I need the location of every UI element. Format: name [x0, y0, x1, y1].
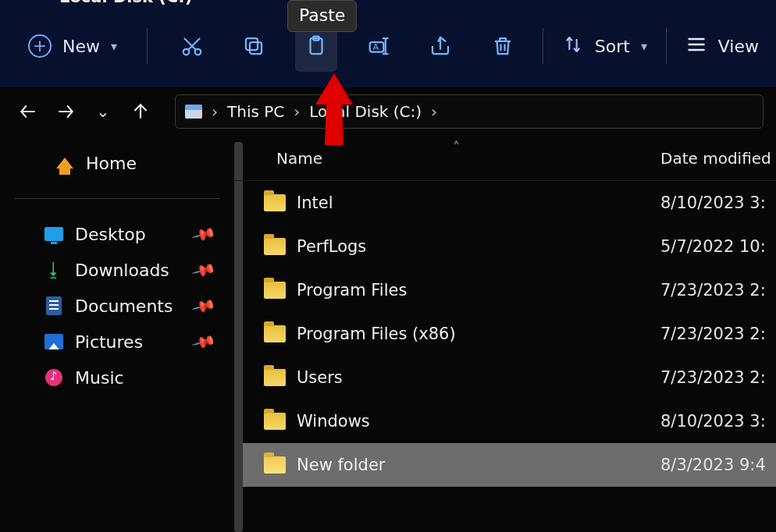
chevron-right-icon: ›: [292, 102, 301, 121]
view-icon: [685, 34, 707, 59]
file-list: Intel8/10/2023 3:PerfLogs5/7/2022 10:Pro…: [234, 181, 776, 532]
cut-button[interactable]: [171, 20, 213, 72]
folder-icon: [264, 369, 286, 386]
folder-icon: [264, 282, 286, 299]
file-date: 7/23/2023 2:: [660, 368, 776, 387]
sidebar-item-documents[interactable]: Documents 📌: [0, 288, 234, 324]
recent-button[interactable]: ⌄: [87, 96, 119, 127]
folder-icon: [264, 456, 286, 473]
sidebar-item-downloads[interactable]: ⭳ Downloads 📌: [0, 252, 234, 288]
desktop-icon: [44, 224, 64, 244]
chevron-down-icon: ⌄: [97, 102, 110, 121]
file-row[interactable]: Windows8/10/2023 3:: [234, 399, 776, 443]
view-label: View: [718, 37, 759, 56]
rename-button[interactable]: A: [358, 20, 400, 72]
column-date[interactable]: Date modified: [660, 149, 776, 168]
file-name: Program Files (x86): [297, 325, 456, 343]
pin-icon: 📌: [191, 257, 218, 282]
scissors-icon: [180, 34, 204, 58]
trash-icon: [491, 34, 514, 58]
paste-tooltip: Paste: [287, 0, 357, 32]
separator: [14, 198, 220, 199]
arrow-right-icon: [55, 101, 76, 122]
sidebar-item-desktop[interactable]: Desktop 📌: [0, 216, 234, 252]
sidebar-item-label: Music: [75, 368, 124, 388]
svg-text:A: A: [372, 42, 379, 52]
sort-icon: [562, 34, 584, 59]
svg-rect-3: [250, 42, 262, 54]
breadcrumb[interactable]: › This PC › Local Disk (C:) ›: [175, 94, 764, 129]
sort-label: Sort: [595, 37, 630, 56]
nav-row: ⌄ › This PC › Local Disk (C:) ›: [0, 87, 776, 136]
sidebar-item-label: Pictures: [75, 332, 143, 352]
sidebar-item-label: Home: [86, 154, 137, 173]
music-icon: [44, 367, 64, 388]
file-date: 7/23/2023 2:: [660, 281, 776, 300]
share-icon: [429, 34, 452, 58]
file-date: 8/10/2023 3:: [660, 412, 776, 431]
rename-icon: A: [367, 34, 390, 58]
file-row[interactable]: New folder8/3/2023 9:4: [234, 443, 776, 487]
window-title: Local Disk (C:): [59, 0, 192, 6]
file-row[interactable]: Program Files7/23/2023 2:: [234, 268, 776, 312]
crumb-this-pc[interactable]: This PC: [227, 102, 284, 121]
up-button[interactable]: [125, 96, 156, 127]
delete-button[interactable]: [482, 20, 524, 72]
folder-icon: [264, 413, 286, 430]
pin-icon: 📌: [191, 293, 218, 318]
file-date: 7/23/2023 2:: [660, 325, 776, 343]
folder-icon: [264, 194, 286, 211]
sidebar-item-pictures[interactable]: Pictures 📌: [0, 324, 234, 360]
crumb-local-disk[interactable]: Local Disk (C:): [309, 102, 422, 121]
forward-button[interactable]: [50, 96, 81, 127]
sidebar-item-label: Desktop: [75, 225, 146, 244]
sidebar: Home Desktop 📌 ⭳ Downloads 📌 Documents 📌: [0, 136, 234, 532]
file-name: Intel: [297, 193, 333, 212]
separator: [543, 28, 543, 64]
file-date: 8/10/2023 3:: [660, 193, 776, 212]
copy-icon: [242, 34, 265, 58]
arrow-up-icon: [130, 101, 151, 122]
separator: [666, 28, 667, 64]
sidebar-item-label: Documents: [75, 296, 173, 316]
folder-icon: [264, 238, 286, 255]
column-name[interactable]: Name: [276, 149, 660, 168]
file-name: PerfLogs: [297, 237, 366, 256]
sort-ascending-icon: ˄: [453, 139, 460, 155]
file-row[interactable]: Program Files (x86)7/23/2023 2:: [234, 312, 776, 356]
folder-icon: [264, 325, 286, 342]
arrow-left-icon: [18, 101, 38, 122]
new-button[interactable]: + New ▾: [17, 28, 128, 64]
file-row[interactable]: Intel8/10/2023 3:: [234, 181, 776, 225]
chevron-down-icon: ▾: [111, 39, 117, 54]
drive-icon: [185, 105, 202, 119]
sort-button[interactable]: Sort ▾: [562, 34, 647, 59]
file-name: Windows: [297, 412, 370, 431]
home-icon: [55, 153, 75, 173]
back-button[interactable]: [12, 96, 44, 127]
copy-button[interactable]: [233, 20, 276, 72]
picture-icon: [44, 332, 64, 352]
download-icon: ⭳: [44, 260, 64, 280]
content-pane: ˄ Name Date modified Intel8/10/2023 3:Pe…: [234, 136, 776, 532]
svg-rect-4: [246, 38, 258, 50]
clipboard-icon: [304, 34, 328, 58]
separator: [147, 28, 148, 64]
share-button[interactable]: [420, 20, 462, 72]
file-date: 5/7/2022 10:: [660, 237, 776, 256]
pin-icon: 📌: [191, 328, 218, 354]
file-name: New folder: [297, 456, 385, 474]
sidebar-item-home[interactable]: Home: [0, 145, 234, 181]
view-button[interactable]: View: [685, 34, 759, 59]
toolbar: + New ▾ A Sort ▾: [0, 5, 776, 87]
file-name: Users: [297, 368, 343, 387]
plus-icon: +: [28, 34, 52, 58]
scrollbar[interactable]: [234, 142, 243, 532]
file-row[interactable]: PerfLogs5/7/2022 10:: [234, 225, 776, 268]
chevron-right-icon: ›: [210, 102, 219, 121]
pin-icon: 📌: [191, 221, 218, 246]
file-row[interactable]: Users7/23/2023 2:: [234, 356, 776, 399]
new-label: New: [62, 37, 100, 56]
sidebar-item-music[interactable]: Music: [0, 360, 234, 395]
file-name: Program Files: [297, 281, 407, 300]
